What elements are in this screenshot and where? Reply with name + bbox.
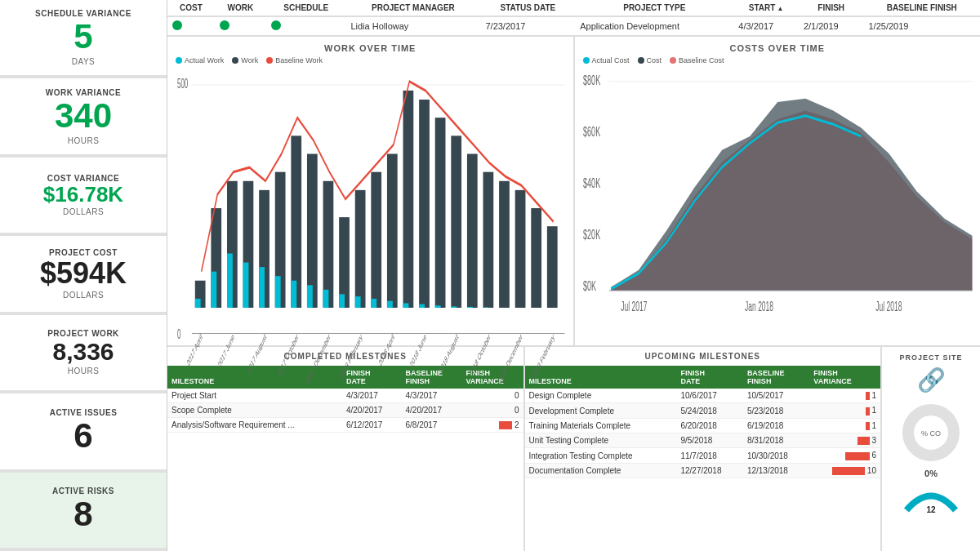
um-variance: 3	[809, 433, 880, 448]
legend-cost: Cost	[638, 56, 662, 64]
um-col-baseline: BASELINEFINISH	[743, 366, 809, 389]
col-finish: FINISH	[799, 0, 864, 16]
svg-rect-29	[355, 190, 366, 308]
active-risks-value: 8	[8, 495, 158, 533]
svg-rect-23	[307, 285, 313, 308]
svg-rect-20	[291, 281, 296, 308]
svg-rect-37	[403, 91, 414, 308]
col-baseline-finish: BASELINE FINISH	[863, 0, 980, 16]
cm-milestone-name: Project Start	[167, 389, 342, 403]
um-baseline: 10/5/2017	[743, 389, 809, 403]
col-work: WORK	[215, 0, 266, 16]
um-finish-date: 10/6/2017	[676, 389, 742, 403]
um-baseline: 6/19/2018	[743, 418, 809, 433]
cell-cost-dot	[167, 16, 215, 35]
variance-bar	[866, 407, 870, 415]
completion-donut-chart: % CO	[898, 400, 964, 465]
legend-actual-work: Actual Work	[176, 56, 224, 64]
cm-finish-date: 4/20/2017	[342, 403, 402, 418]
costs-over-time-area: $80K $60K $40K $20K $0K Jul 2017	[583, 68, 973, 342]
variance-bar	[499, 421, 512, 429]
cm-col-finish-date: FINISHDATE	[342, 366, 402, 389]
cm-milestone-name: Scope Complete	[167, 403, 342, 418]
svg-text:Jan 2018: Jan 2018	[745, 300, 773, 314]
upcoming-milestones-title: UPCOMING MILESTONES	[525, 347, 881, 366]
svg-rect-44	[451, 136, 461, 308]
project-cost-value: $594K	[8, 257, 158, 290]
cm-finish-date: 6/12/2017	[342, 418, 402, 433]
project-cost-sub: DOLLARS	[8, 291, 158, 300]
active-issues-value: 6	[8, 417, 158, 455]
upcoming-milestone-row: Documentation Complete 12/27/2018 12/13/…	[525, 463, 881, 478]
um-milestone-name: Unit Testing Complete	[525, 433, 677, 448]
um-milestone-name: Design Complete	[525, 389, 677, 403]
cm-variance: 2	[461, 418, 523, 433]
svg-text:12: 12	[926, 505, 936, 514]
main-content: COST WORK SCHEDULE PROJECT MANAGER STATU…	[167, 0, 980, 551]
project-work-sub: HOURS	[8, 367, 158, 375]
actual-work-dot	[176, 57, 182, 64]
completed-milestone-row: Scope Complete 4/20/2017 4/20/2017 0	[167, 403, 523, 418]
project-site-title: PROJECT SITE	[899, 353, 962, 362]
cell-finish: 2/1/2019	[799, 16, 864, 35]
charts-row: WORK OVER TIME Actual Work Work Baseline…	[167, 37, 980, 347]
schedule-variance-block: SCHEDULE VARIANCE 5 DAYS	[0, 0, 167, 78]
col-project-type: PROJECT TYPE	[575, 0, 733, 16]
um-milestone-name: Documentation Complete	[525, 463, 677, 478]
cost-variance-sub: DOLLARS	[8, 207, 158, 216]
legend-cost-label: Cost	[647, 56, 662, 64]
costs-over-time-chart: COSTS OVER TIME Actual Cost Cost Baselin…	[575, 37, 981, 345]
um-finish-date: 12/27/2018	[676, 463, 742, 478]
project-site-section: PROJECT SITE 🔗 % CO 0% 12	[882, 347, 980, 551]
completion-percent: 0%	[924, 469, 938, 478]
svg-rect-39	[419, 100, 430, 308]
um-variance: 1	[809, 403, 880, 418]
um-variance: 10	[809, 463, 880, 478]
baseline-work-dot	[266, 57, 273, 64]
col-status-date: STATUS DATE	[480, 0, 575, 16]
svg-rect-42	[435, 118, 446, 308]
um-finish-date: 5/24/2018	[676, 403, 742, 418]
sidebar: SCHEDULE VARIANCE 5 DAYS WORK VARIANCE 3…	[0, 0, 167, 551]
col-cost: COST	[167, 0, 215, 16]
work-variance-title: WORK VARIANCE	[8, 88, 158, 97]
col-schedule: SCHEDULE	[266, 0, 345, 16]
svg-rect-52	[499, 181, 510, 308]
um-baseline: 8/31/2018	[743, 433, 809, 448]
active-risks-block: ACTIVE RISKS 8	[0, 473, 167, 551]
cost-variance-block: COST VARIANCE $16.78K DOLLARS	[0, 158, 167, 236]
svg-marker-64	[611, 99, 972, 291]
legend-baseline-work-label: Baseline Work	[275, 56, 323, 64]
svg-text:500: 500	[177, 76, 188, 91]
variance-bar	[832, 467, 865, 475]
svg-rect-47	[467, 154, 478, 308]
col-manager: PROJECT MANAGER	[345, 0, 480, 16]
upcoming-milestone-row: Design Complete 10/6/2017 10/5/2017 1	[525, 389, 881, 403]
svg-rect-25	[323, 290, 329, 308]
cm-baseline: 4/20/2017	[402, 403, 462, 418]
um-milestone-name: Development Complete	[525, 403, 677, 418]
project-site-link-icon[interactable]: 🔗	[917, 367, 946, 393]
cm-baseline: 6/8/2017	[402, 418, 462, 433]
upcoming-milestone-row: Unit Testing Complete 9/5/2018 8/31/2018…	[525, 433, 881, 448]
top-table: COST WORK SCHEDULE PROJECT MANAGER STATU…	[167, 0, 980, 37]
cell-manager: Lidia Holloway	[345, 16, 480, 35]
um-milestone-name: Training Materials Complete	[525, 418, 677, 433]
legend-baseline-work: Baseline Work	[266, 56, 323, 64]
legend-work-label: Work	[241, 56, 258, 64]
cell-schedule-dot	[266, 16, 345, 35]
cm-baseline: 4/3/2017	[402, 389, 462, 403]
um-variance: 1	[809, 389, 880, 403]
um-variance: 1	[809, 418, 880, 433]
um-finish-date: 9/5/2018	[676, 433, 742, 448]
cell-status-date: 7/23/2017	[480, 16, 575, 35]
svg-text:Jul 2017: Jul 2017	[621, 300, 647, 314]
cm-variance: 0	[461, 389, 523, 403]
cm-finish-date: 4/3/2017	[342, 389, 402, 403]
legend-actual-cost: Actual Cost	[583, 56, 630, 64]
project-work-title: PROJECT WORK	[8, 329, 158, 338]
um-col-milestone: MILESTONE	[525, 366, 677, 389]
actual-cost-dot	[583, 57, 590, 64]
variance-bar	[866, 392, 870, 400]
um-milestone-name: Integration Testing Complete	[525, 448, 677, 463]
